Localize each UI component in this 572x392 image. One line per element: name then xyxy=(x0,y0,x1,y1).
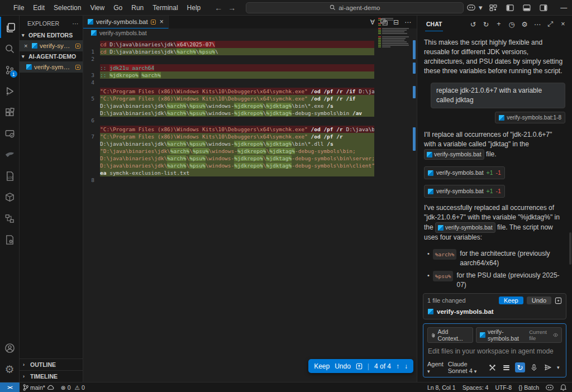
copilot-chevron-icon[interactable]: ▾ xyxy=(477,2,484,14)
copilot-status-icon[interactable] xyxy=(542,385,557,390)
menu-run[interactable]: Run xyxy=(127,2,147,13)
minimize-icon[interactable]: — xyxy=(553,0,572,16)
breadcrumb[interactable]: verify-symbols.bat xyxy=(83,28,417,37)
diff-added-line[interactable]: 3:: %jdkrepo% %arch% xyxy=(83,71,417,79)
inline-file-chip[interactable]: verify-symbols.bat xyxy=(424,149,484,160)
mode-picker[interactable]: Agent ▾ xyxy=(427,361,444,374)
send-icon[interactable] xyxy=(543,362,553,372)
nav-back-icon[interactable]: ← xyxy=(214,3,222,12)
indentation[interactable]: Spaces: 4 xyxy=(459,384,492,391)
undo-button[interactable]: Undo xyxy=(335,362,351,370)
diff-added-line[interactable]: ea symchk-exclusion-list.txt xyxy=(83,169,417,176)
diff-removed-line[interactable]: cd D:\java\binaries\jdk\x64\2025-07\ xyxy=(83,41,417,48)
explorer-icon[interactable] xyxy=(0,17,20,38)
copilot-icon[interactable] xyxy=(464,2,478,14)
instructions-icon[interactable] xyxy=(501,362,511,372)
linked-nodes-icon[interactable] xyxy=(0,208,20,229)
code-line[interactable]: 4 xyxy=(83,79,417,86)
code-line[interactable]: 8 xyxy=(83,176,417,184)
nav-forward-icon[interactable]: → xyxy=(228,3,236,12)
context-reference-chip[interactable]: verify-symbols.bat:1-8 xyxy=(495,112,565,123)
code-line[interactable]: 2 xyxy=(83,55,417,63)
code-line[interactable]: 6 xyxy=(83,117,417,124)
tools-icon[interactable] xyxy=(487,362,497,372)
inline-file-chip[interactable]: verify-symbols.bat xyxy=(435,222,495,233)
tree-file-item[interactable]: verify-symbols.bat xyxy=(20,61,83,73)
log-file-icon[interactable]: LOG xyxy=(0,165,20,187)
menu-file[interactable]: File xyxy=(9,2,28,13)
diff-added-line[interactable]: D:\java\binaries\jdk\%arch%\%psu%\window… xyxy=(83,155,417,162)
cube-icon[interactable] xyxy=(0,187,20,208)
close-panel-icon[interactable]: × xyxy=(559,20,568,28)
open-editors-section[interactable]: ▾ OPEN EDITORS xyxy=(20,30,83,40)
run-debug-icon[interactable] xyxy=(0,80,20,102)
new-chat-icon[interactable]: + xyxy=(494,20,503,28)
diff-added-line[interactable]: 1cd D:\java\binaries\jdk\%arch%\%psu%\ xyxy=(83,48,417,55)
toggle-panel-icon[interactable] xyxy=(519,2,534,14)
diff-added-line[interactable]: D:\java\binaries\jdk\%arch%\%psu%\window… xyxy=(83,162,417,169)
toggle-primary-sidebar-icon[interactable] xyxy=(503,2,517,14)
cursor-position[interactable]: Ln 8, Col 1 xyxy=(424,384,459,391)
source-control-icon[interactable]: 1 xyxy=(0,59,20,80)
diff-added-line[interactable]: "D:\java\binaries\jdk\%arch%\%psu%\windo… xyxy=(83,147,417,155)
dark-arrow-icon[interactable] xyxy=(0,144,20,165)
next-edit-icon[interactable]: ↓ xyxy=(404,362,408,370)
diff-added-line[interactable]: 7"C:\Program Files (x86)\Windows Kits\10… xyxy=(83,133,417,140)
menu-selection[interactable]: Selection xyxy=(50,2,85,13)
outline-section[interactable]: › OUTLINE xyxy=(20,358,83,370)
menu-help[interactable]: Help xyxy=(183,2,205,13)
file-gear-icon[interactable] xyxy=(0,229,20,250)
undo-edit-icon[interactable]: ↺ xyxy=(469,20,478,28)
settings-gear-icon[interactable]: ⚙ xyxy=(0,358,20,380)
customize-layout-icon[interactable] xyxy=(486,2,500,14)
problems-indicator[interactable]: ⊗0 ⚠0 xyxy=(58,384,88,391)
close-editor-icon[interactable]: × xyxy=(24,42,30,49)
diff-removed-line[interactable]: "C:\Program Files (x86)\Windows Kits\10\… xyxy=(83,88,417,95)
notifications-bell-icon[interactable] xyxy=(557,384,572,391)
menu-terminal[interactable]: Terminal xyxy=(149,2,182,13)
diff-removed-line[interactable]: :: jdk21u aarch64 xyxy=(83,64,417,71)
file-change-chip[interactable]: verify-symbols.bat+1-1 xyxy=(424,185,505,198)
send-dropdown-icon[interactable]: ▾ xyxy=(557,365,562,370)
branch-indicator[interactable]: main* xyxy=(20,384,58,391)
extensions-icon[interactable] xyxy=(0,102,20,123)
maximize-panel-icon[interactable]: ⤢ xyxy=(546,20,555,28)
chat-input-box[interactable]: Add Context... verify-symbols.bat Curren… xyxy=(423,323,566,377)
close-tab-icon[interactable]: × xyxy=(160,18,164,26)
more-actions-icon[interactable]: ⋯ xyxy=(533,20,542,28)
open-file-icon[interactable] xyxy=(356,363,363,370)
explorer-more-actions-icon[interactable]: ⋯ xyxy=(73,20,79,27)
redo-edit-icon[interactable]: ↻ xyxy=(482,20,490,28)
accounts-icon[interactable] xyxy=(0,337,20,358)
diff-added-line[interactable]: D:\java\binaries\jdk\%arch%\%psu%\window… xyxy=(83,140,417,147)
toggle-secondary-sidebar-icon[interactable] xyxy=(536,2,551,14)
menu-view[interactable]: View xyxy=(86,2,108,13)
model-picker[interactable]: Claude Sonnet 4 ▾ xyxy=(448,361,483,374)
command-center-search[interactable]: ai-agent-demo xyxy=(246,2,464,13)
diff-added-line[interactable]: 5"C:\Program Files (x86)\Windows Kits\10… xyxy=(83,95,417,102)
chat-history-icon[interactable]: ◷ xyxy=(507,20,516,28)
diff-added-line[interactable]: D:\java\binaries\jdk\%arch%\%psu%\window… xyxy=(83,109,417,117)
search-icon[interactable] xyxy=(0,38,20,59)
settings-gear-icon[interactable]: ⚙ xyxy=(520,20,529,28)
keep-button[interactable]: Keep xyxy=(314,362,330,370)
minimap[interactable] xyxy=(378,18,409,50)
diff-removed-line[interactable]: "C:\Program Files (x86)\Windows Kits\10\… xyxy=(83,126,417,133)
diff-added-line[interactable]: D:\java\binaries\jdk\%arch%\%psu%\window… xyxy=(83,102,417,109)
code-editor[interactable]: cd D:\java\binaries\jdk\x64\2025-07\1cd … xyxy=(83,37,417,382)
tab-verify-symbols[interactable]: verify-symbols.bat × xyxy=(83,16,169,28)
timeline-section[interactable]: › TIMELINE xyxy=(20,370,83,382)
chat-tab[interactable]: CHAT xyxy=(425,17,443,31)
changed-file-row[interactable]: verify-symbols.bat xyxy=(423,307,566,319)
chat-scrollbar[interactable] xyxy=(569,232,571,265)
open-editor-item[interactable]: × verify-symbols.bat xyxy=(20,40,83,51)
menu-go[interactable]: Go xyxy=(109,2,126,13)
remote-explorer-icon[interactable] xyxy=(0,123,20,144)
language-mode[interactable]: {} Batch xyxy=(515,384,542,391)
filter-edits-icon[interactable]: ∀ xyxy=(370,18,375,26)
file-change-chip[interactable]: verify-symbols.bat+1-1 xyxy=(424,166,505,179)
microphone-icon[interactable] xyxy=(529,362,539,372)
menu-edit[interactable]: Edit xyxy=(29,2,49,13)
workspace-folder-section[interactable]: ▾ AI-AGENT-DEMO xyxy=(20,51,83,61)
previous-edit-icon[interactable]: ↑ xyxy=(396,362,399,370)
